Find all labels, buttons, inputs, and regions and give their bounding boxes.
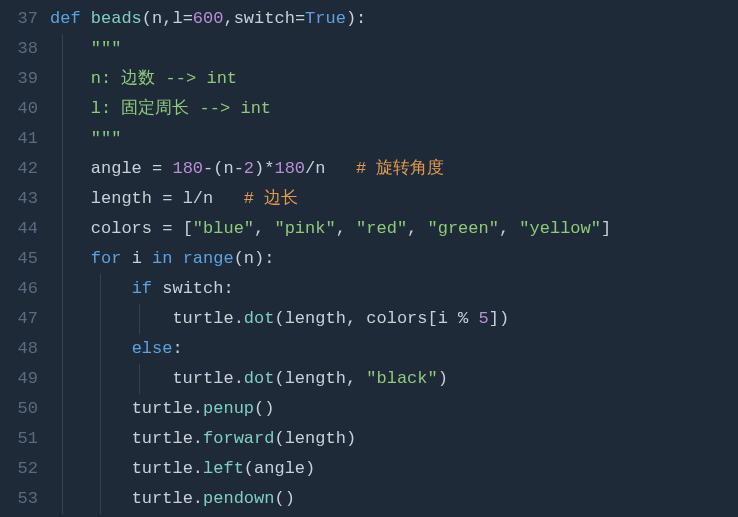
code-line[interactable]: l: 固定周长 --> int: [50, 94, 738, 124]
indent-guide: [62, 424, 63, 454]
token-id: i: [438, 309, 458, 328]
token-id: turtle: [132, 489, 193, 508]
token-builtin: range: [183, 249, 234, 268]
token-kw: for: [91, 249, 132, 268]
token-doc: """: [91, 129, 122, 148]
indent-guide: [100, 394, 101, 424]
token-paren: (): [274, 489, 294, 508]
token-id: length: [285, 429, 346, 448]
token-kw: if: [132, 279, 163, 298]
token-id: length: [285, 369, 346, 388]
token-fn: left: [203, 459, 244, 478]
token-op: .: [234, 309, 244, 328]
line-number: 37: [0, 4, 38, 34]
line-number: 49: [0, 364, 38, 394]
code-line[interactable]: turtle.pendown(): [50, 484, 738, 514]
token-paren: (: [142, 9, 152, 28]
token-kw: def: [50, 9, 91, 28]
token-id: switch: [162, 279, 223, 298]
line-number: 39: [0, 64, 38, 94]
code-line[interactable]: angle = 180-(n-2)*180/n # 旋转角度: [50, 154, 738, 184]
indent-guide: [62, 304, 63, 334]
line-number: 43: [0, 184, 38, 214]
token-str: "black": [366, 369, 437, 388]
indent-guide: [62, 64, 63, 94]
token-id: n: [203, 189, 213, 208]
token-op: %: [458, 309, 468, 328]
token-paren: ): [438, 369, 448, 388]
code-line[interactable]: n: 边数 --> int: [50, 64, 738, 94]
indent-guide: [62, 274, 63, 304]
token-op: ,: [336, 219, 356, 238]
token-paren: (: [274, 429, 284, 448]
token-op: .: [193, 459, 203, 478]
token-op: :: [172, 339, 182, 358]
code-editor[interactable]: 3738394041424344454647484950515253 def b…: [0, 0, 738, 517]
token-op: ,: [407, 219, 427, 238]
code-line[interactable]: else:: [50, 334, 738, 364]
code-line[interactable]: turtle.penup(): [50, 394, 738, 424]
token-id: turtle: [132, 399, 193, 418]
token-paren: ]: [601, 219, 611, 238]
token-id: turtle: [172, 369, 233, 388]
line-number-gutter: 3738394041424344454647484950515253: [0, 0, 50, 517]
token-num: 600: [193, 9, 224, 28]
token-id: i: [132, 249, 152, 268]
token-id: turtle: [132, 429, 193, 448]
token-paren: (: [234, 249, 244, 268]
indent-guide: [62, 484, 63, 514]
token-paren: [: [172, 219, 192, 238]
token-fn: dot: [244, 309, 275, 328]
token-op: ,: [254, 219, 274, 238]
code-line[interactable]: turtle.left(angle): [50, 454, 738, 484]
token-op: =: [183, 9, 193, 28]
indent-guide: [100, 364, 101, 394]
token-id: n: [315, 159, 325, 178]
indent-guide: [62, 454, 63, 484]
code-line[interactable]: turtle.dot(length, "black"): [50, 364, 738, 394]
token-op: =: [152, 159, 162, 178]
code-line[interactable]: """: [50, 34, 738, 64]
indent-guide: [100, 454, 101, 484]
token-id: l: [172, 9, 182, 28]
code-line[interactable]: length = l/n # 边长: [50, 184, 738, 214]
token-str: "pink": [274, 219, 335, 238]
line-number: 44: [0, 214, 38, 244]
token-num: 2: [244, 159, 254, 178]
indent-guide: [100, 334, 101, 364]
indent-guide: [62, 184, 63, 214]
code-line[interactable]: turtle.forward(length): [50, 424, 738, 454]
token-doc: l: 固定周长 --> int: [91, 99, 271, 118]
indent-guide: [62, 124, 63, 154]
code-line[interactable]: for i in range(n):: [50, 244, 738, 274]
token-fn: pendown: [203, 489, 274, 508]
line-number: 42: [0, 154, 38, 184]
code-line[interactable]: def beads(n,l=600,switch=True):: [50, 4, 738, 34]
token-id: length: [91, 189, 162, 208]
code-line[interactable]: colors = ["blue", "pink", "red", "green"…: [50, 214, 738, 244]
token-str: "red": [356, 219, 407, 238]
indent-guide: [100, 304, 101, 334]
token-id: angle: [254, 459, 305, 478]
token-paren: [: [428, 309, 438, 328]
indent-guide: [100, 484, 101, 514]
token-num: 180: [274, 159, 305, 178]
token-id: turtle: [132, 459, 193, 478]
token-kw: in: [152, 249, 183, 268]
token-str: "yellow": [519, 219, 601, 238]
code-line[interactable]: turtle.dot(length, colors[i % 5]): [50, 304, 738, 334]
code-line[interactable]: if switch:: [50, 274, 738, 304]
line-number: 47: [0, 304, 38, 334]
indent-guide: [62, 394, 63, 424]
token-op: /: [193, 189, 203, 208]
token-kw: else: [132, 339, 173, 358]
token-paren: ):: [254, 249, 274, 268]
token-paren: ):: [346, 9, 366, 28]
token-op: ,: [223, 9, 233, 28]
token-comment: # 边长: [244, 189, 298, 208]
line-number: 45: [0, 244, 38, 274]
line-number: 38: [0, 34, 38, 64]
code-area[interactable]: def beads(n,l=600,switch=True): """ n: 边…: [50, 0, 738, 517]
token-doc: n: 边数 --> int: [91, 69, 237, 88]
code-line[interactable]: """: [50, 124, 738, 154]
